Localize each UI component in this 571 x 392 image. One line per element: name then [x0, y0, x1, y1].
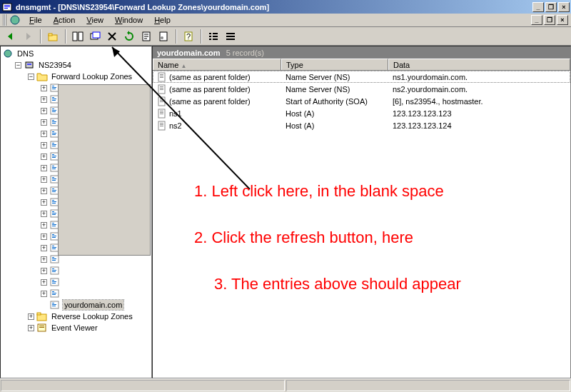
zone-icon: [49, 254, 61, 264]
svg-rect-62: [52, 179, 56, 179]
collapse-icon[interactable]: −: [15, 62, 21, 69]
record-row[interactable]: (same as parent folder)Name Server (NS)n…: [153, 83, 570, 95]
column-headers: Name ▲ Type Data: [153, 59, 570, 71]
expand-icon[interactable]: +: [41, 176, 47, 183]
window-title: dnsmgmt - [DNS\NS23954\Forward Lookup Zo…: [16, 3, 531, 11]
svg-rect-87: [52, 248, 56, 249]
mdi-minimize-button[interactable]: _: [531, 15, 542, 25]
svg-rect-20: [209, 39, 211, 40]
expand-icon[interactable]: +: [41, 211, 47, 217]
expand-icon[interactable]: +: [41, 108, 47, 114]
svg-rect-102: [52, 293, 56, 293]
list-view-button[interactable]: [206, 29, 221, 44]
svg-rect-39: [52, 111, 56, 112]
expand-icon[interactable]: +: [41, 85, 47, 91]
tree-forward-zones[interactable]: − Forward Lookup Zones: [28, 71, 150, 82]
expand-icon[interactable]: +: [41, 279, 47, 286]
maximize-button[interactable]: ❐: [545, 2, 557, 12]
expand-icon[interactable]: +: [41, 165, 47, 171]
column-type[interactable]: Type: [281, 59, 388, 70]
refresh-button[interactable]: [121, 29, 137, 44]
menu-action[interactable]: Action: [48, 14, 81, 26]
menu-window[interactable]: Window: [109, 14, 148, 26]
close-button[interactable]: ×: [558, 2, 570, 12]
expand-icon[interactable]: +: [41, 222, 47, 228]
expand-icon[interactable]: +: [41, 199, 47, 206]
expand-icon[interactable]: +: [41, 154, 47, 160]
svg-rect-93: [52, 268, 54, 269]
up-level-button[interactable]: [45, 29, 61, 44]
svg-rect-101: [52, 291, 54, 292]
record-row[interactable]: (same as parent folder)Name Server (NS)n…: [153, 71, 570, 83]
detail-view-button[interactable]: [223, 29, 238, 44]
expand-icon[interactable]: +: [41, 131, 47, 137]
svg-rect-69: [52, 200, 54, 201]
tree-event-viewer[interactable]: + Event Viewer: [28, 322, 150, 333]
svg-rect-79: [52, 226, 56, 226]
svg-rect-66: [52, 190, 56, 191]
svg-rect-58: [52, 167, 56, 168]
collapse-icon[interactable]: −: [28, 74, 34, 80]
svg-rect-57: [52, 166, 54, 166]
record-row[interactable]: ns2Host (A)123.123.123.124: [153, 119, 570, 131]
menu-help[interactable]: Help: [148, 14, 176, 26]
export-list-button[interactable]: [138, 29, 154, 44]
record-row[interactable]: (same as parent folder)Start of Authorit…: [153, 95, 570, 107]
expand-icon[interactable]: +: [41, 268, 47, 274]
tree-zone-selected[interactable]: yourdomain.com: [41, 299, 150, 311]
svg-rect-74: [52, 213, 56, 213]
svg-rect-94: [52, 270, 56, 271]
help-button[interactable]: ?: [181, 29, 196, 44]
svg-rect-35: [52, 100, 56, 101]
expand-icon[interactable]: +: [41, 233, 47, 240]
expand-icon[interactable]: +: [41, 119, 47, 126]
record-name: (same as parent folder): [153, 71, 281, 83]
menu-file[interactable]: File: [24, 14, 48, 26]
status-right: [286, 380, 570, 391]
window-titlebar: dnsmgmt - [DNS\NS23954\Forward Lookup Zo…: [0, 0, 571, 14]
svg-rect-6: [49, 34, 52, 36]
svg-rect-86: [52, 247, 56, 248]
minimize-button[interactable]: _: [532, 2, 544, 12]
svg-rect-17: [213, 33, 218, 34]
new-window-button[interactable]: [87, 29, 103, 44]
menu-view[interactable]: View: [81, 14, 109, 26]
svg-rect-115: [160, 76, 163, 76]
svg-rect-107: [52, 306, 56, 306]
svg-point-4: [11, 16, 19, 24]
forward-button[interactable]: [20, 29, 36, 44]
back-button[interactable]: [3, 29, 19, 44]
zone-title: yourdomain.com: [157, 49, 221, 57]
tree-root-dns[interactable]: DNS: [2, 48, 150, 59]
expand-icon[interactable]: +: [41, 96, 47, 103]
svg-rect-120: [160, 89, 163, 90]
column-name[interactable]: Name ▲: [153, 59, 281, 70]
svg-rect-12: [160, 32, 167, 41]
svg-rect-98: [52, 281, 56, 282]
expand-icon[interactable]: +: [41, 256, 47, 263]
expand-icon[interactable]: +: [28, 325, 34, 331]
tree-zone-item[interactable]: +: [41, 288, 150, 299]
svg-rect-85: [52, 246, 54, 246]
show-hide-tree-button[interactable]: [70, 29, 86, 44]
expand-icon[interactable]: +: [41, 291, 47, 297]
record-row[interactable]: ns1Host (A)123.123.123.123: [153, 107, 570, 119]
tree-zone-item[interactable]: +: [41, 265, 150, 276]
folder-open-icon: [36, 71, 48, 81]
record-name: (same as parent folder): [153, 84, 281, 95]
expand-icon[interactable]: +: [41, 142, 47, 149]
properties-button[interactable]: [156, 29, 171, 44]
column-data[interactable]: Data: [388, 59, 570, 70]
mdi-close-button[interactable]: ×: [557, 15, 568, 25]
tree-server[interactable]: − NS23954: [15, 59, 150, 71]
expand-icon[interactable]: +: [41, 188, 47, 194]
expand-icon[interactable]: +: [41, 245, 47, 251]
expand-icon[interactable]: +: [28, 313, 34, 320]
tree-zone-item[interactable]: +: [41, 276, 150, 288]
records-list[interactable]: (same as parent folder)Name Server (NS)n…: [153, 71, 570, 378]
mdi-restore-button[interactable]: ❐: [544, 15, 555, 25]
svg-rect-67: [52, 191, 56, 192]
svg-rect-78: [52, 224, 56, 225]
tree-reverse-zones[interactable]: + Reverse Lookup Zones: [28, 311, 150, 322]
delete-button[interactable]: [104, 29, 120, 44]
